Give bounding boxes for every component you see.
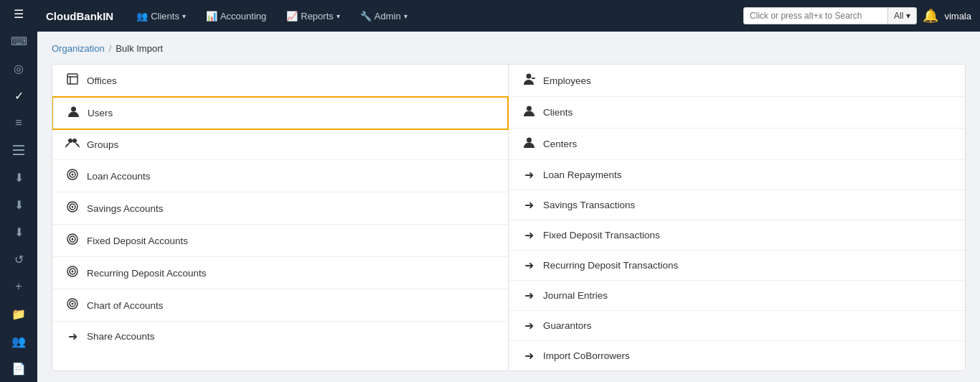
chart-of-accounts-label: Chart of Accounts: [87, 300, 164, 311]
svg-point-20: [72, 271, 74, 273]
nav-accounting[interactable]: 📊 Accounting: [197, 6, 275, 26]
breadcrumb: Organization / Bulk Import: [52, 43, 966, 54]
sidebar-download1-icon[interactable]: ⬇: [0, 164, 37, 191]
loan-accounts-icon: [65, 168, 80, 184]
import-grid: Offices Users: [52, 64, 966, 371]
centers-label: Centers: [543, 139, 577, 149]
fixed-deposit-transactions-label: Fixed Deposit Transactions: [543, 230, 660, 241]
item-guarantors[interactable]: ➜ Guarantors: [509, 311, 965, 341]
item-loan-accounts[interactable]: Loan Accounts: [52, 160, 508, 192]
svg-rect-0: [13, 145, 24, 146]
svg-rect-1: [13, 149, 24, 151]
users-icon: [66, 106, 80, 121]
clients-caret: ▾: [182, 12, 186, 20]
item-savings-transactions[interactable]: ➜ Savings Transactions: [509, 190, 965, 220]
recurring-deposit-icon: [65, 265, 80, 281]
fixed-deposit-transactions-icon: ➜: [522, 228, 536, 242]
offices-label: Offices: [87, 75, 117, 86]
item-recurring-deposit-transactions[interactable]: ➜ Recurring Deposit Transactions: [509, 251, 965, 281]
loan-accounts-label: Loan Accounts: [87, 171, 151, 182]
search-filter-dropdown[interactable]: All ▾: [887, 8, 916, 24]
sidebar-download2-icon[interactable]: ⬇: [0, 191, 37, 218]
svg-point-6: [71, 107, 76, 112]
savings-accounts-icon: [65, 200, 80, 216]
svg-rect-3: [67, 74, 77, 84]
sidebar-refresh-icon[interactable]: ↺: [0, 246, 37, 273]
username-label[interactable]: vimala: [944, 11, 971, 22]
sidebar-list1-icon[interactable]: ≡: [0, 109, 37, 136]
item-recurring-deposit-accounts[interactable]: Recurring Deposit Accounts: [52, 257, 508, 289]
sidebar-doc-icon[interactable]: 📄: [0, 355, 37, 382]
right-column: Employees Clients: [509, 65, 965, 371]
sidebar-group-icon[interactable]: 👥: [0, 327, 37, 355]
breadcrumb-current: Bulk Import: [116, 43, 163, 54]
item-users[interactable]: Users: [52, 96, 509, 130]
main-area: CloudBankIN 👥 Clients ▾ 📊 Accounting 📈 R…: [37, 0, 980, 382]
recurring-deposit-accounts-label: Recurring Deposit Accounts: [87, 268, 207, 279]
import-coborrowers-icon: ➜: [522, 349, 536, 363]
search-box[interactable]: All ▾: [743, 7, 917, 24]
item-groups[interactable]: Groups: [52, 129, 508, 160]
admin-caret: ▾: [404, 12, 407, 20]
clients-icon: 👥: [136, 11, 148, 22]
svg-point-7: [68, 139, 72, 143]
item-savings-accounts[interactable]: Savings Accounts: [52, 192, 508, 225]
item-fixed-deposit-accounts[interactable]: Fixed Deposit Accounts: [52, 225, 508, 257]
item-employees[interactable]: Employees: [509, 65, 965, 97]
centers-icon: [522, 136, 536, 152]
search-caret-icon: ▾: [906, 11, 910, 21]
svg-point-23: [72, 303, 74, 305]
item-loan-repayments[interactable]: ➜ Loan Repayments: [509, 160, 965, 190]
offices-icon: [65, 73, 80, 88]
svg-rect-2: [13, 154, 24, 155]
chart-of-accounts-icon: [65, 297, 80, 313]
nav-clients[interactable]: 👥 Clients ▾: [128, 6, 194, 26]
sidebar-target-icon[interactable]: ◎: [0, 55, 37, 82]
reports-caret: ▾: [336, 12, 340, 20]
sidebar-download3-icon[interactable]: ⬇: [0, 218, 37, 246]
bell-icon[interactable]: 🔔: [923, 8, 938, 24]
item-centers[interactable]: Centers: [509, 129, 965, 160]
svg-point-26: [527, 106, 532, 111]
users-label: Users: [88, 108, 113, 118]
item-journal-entries[interactable]: ➜ Journal Entries: [509, 281, 965, 311]
sidebar-folder-icon[interactable]: 📁: [0, 300, 37, 327]
item-share-accounts[interactable]: ➜ Share Accounts: [52, 322, 508, 351]
guarantors-label: Guarantors: [543, 320, 592, 331]
share-accounts-icon: ➜: [65, 330, 80, 343]
sidebar-menu-icon[interactable]: ☰: [0, 0, 37, 27]
loan-repayments-label: Loan Repayments: [543, 169, 622, 180]
accounting-icon: 📊: [206, 11, 217, 22]
search-input[interactable]: [744, 8, 887, 24]
sidebar-plus-icon[interactable]: +: [0, 273, 37, 300]
sidebar-check-icon[interactable]: ✓: [0, 82, 37, 109]
employees-icon: [522, 73, 536, 88]
groups-icon: [65, 137, 80, 152]
sidebar-list2-icon[interactable]: [0, 136, 37, 164]
sidebar: ☰ ⌨ ◎ ✓ ≡ ⬇ ⬇ ⬇ ↺ + 📁 👥 📄: [0, 0, 37, 382]
employees-label: Employees: [543, 75, 591, 86]
item-clients[interactable]: Clients: [509, 97, 965, 129]
savings-transactions-icon: ➜: [522, 198, 536, 212]
svg-point-8: [72, 139, 77, 143]
savings-transactions-label: Savings Transactions: [543, 200, 635, 210]
reports-icon: 📈: [286, 11, 298, 22]
recurring-deposit-transactions-icon: ➜: [522, 258, 536, 272]
breadcrumb-parent[interactable]: Organization: [52, 43, 105, 54]
item-import-coborrowers[interactable]: ➜ Import CoBorrowers: [509, 341, 965, 371]
recurring-deposit-transactions-label: Recurring Deposit Transactions: [543, 260, 678, 271]
nav-reports[interactable]: 📈 Reports ▾: [278, 6, 349, 26]
item-offices[interactable]: Offices: [52, 65, 508, 97]
nav-admin[interactable]: 🔧 Admin ▾: [352, 6, 416, 26]
sidebar-keyboard-icon[interactable]: ⌨: [0, 27, 37, 55]
item-chart-of-accounts[interactable]: Chart of Accounts: [52, 289, 508, 322]
breadcrumb-separator: /: [109, 43, 112, 54]
fixed-deposit-icon: [65, 233, 80, 248]
svg-point-14: [72, 206, 74, 208]
item-fixed-deposit-transactions[interactable]: ➜ Fixed Deposit Transactions: [509, 220, 965, 251]
guarantors-icon: ➜: [522, 319, 536, 332]
svg-point-24: [527, 74, 532, 79]
clients-label: Clients: [543, 107, 573, 118]
share-accounts-label: Share Accounts: [87, 331, 155, 342]
brand-name: CloudBankIN: [46, 10, 113, 22]
